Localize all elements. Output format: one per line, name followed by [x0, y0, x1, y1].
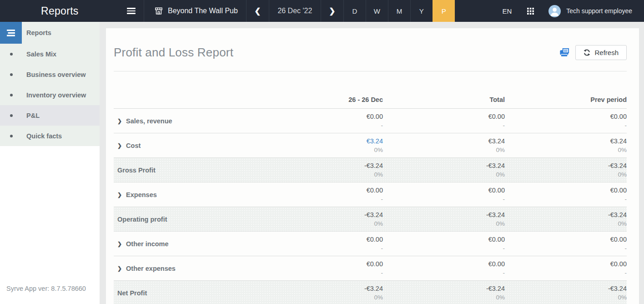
row-label: Operating profit	[117, 216, 167, 223]
cell: €0.00-	[261, 256, 383, 280]
sidebar-item-sales-mix[interactable]: Sales Mix	[0, 44, 100, 64]
period-button-m[interactable]: M	[388, 0, 410, 22]
store-selector[interactable]: Beyond The Wall Pub	[144, 0, 246, 22]
cell-value: €0.00	[367, 235, 383, 244]
main-content: Profit and Loss Report	[100, 22, 644, 304]
date-prev-button[interactable]: ❮	[246, 0, 269, 22]
row-label: Other income	[126, 240, 168, 248]
sidebar-item-quick-facts[interactable]: Quick facts	[0, 126, 100, 146]
cell-value: €3.24	[610, 137, 627, 146]
row-label: Sales, revenue	[126, 117, 172, 125]
cell-value-link[interactable]: €3.24	[367, 137, 383, 146]
cell-value: -€3.24	[486, 211, 505, 219]
sidebar-item-label: P&L	[26, 112, 40, 119]
sidebar-item-inventory-overview[interactable]: Inventory overview	[0, 85, 100, 105]
app-version: Syrve App ver: 8.7.5.78660	[6, 285, 86, 292]
report-card: Profit and Loss Report	[106, 28, 639, 304]
user-menu[interactable]: Tech support employee	[548, 0, 644, 22]
cell: -€3.240%	[261, 158, 383, 182]
row-toggle-other-expenses[interactable]: ❯ Other expenses	[114, 256, 261, 280]
apps-menu-button[interactable]	[527, 0, 534, 22]
refresh-label: Refresh	[594, 49, 619, 56]
user-name: Tech support employee	[566, 7, 632, 15]
app-title: Reports	[0, 0, 100, 22]
cell: -€3.240%	[383, 207, 505, 231]
cell-value: -€3.24	[364, 162, 383, 170]
row-toggle-expenses[interactable]: ❯ Expenses	[114, 182, 261, 207]
cell-subvalue: 0%	[496, 146, 505, 154]
cell: €0.00-	[505, 182, 627, 207]
cell-value: €0.00	[367, 186, 383, 195]
sidebar-item-reports[interactable]: Reports	[0, 22, 100, 44]
reports-icon	[0, 22, 22, 44]
row-label: Cost	[126, 142, 141, 149]
column-header-total: Total	[383, 96, 505, 103]
store-name: Beyond The Wall Pub	[168, 7, 238, 15]
printer-icon	[559, 47, 569, 58]
cell: €0.00-	[261, 109, 383, 133]
report-header: Profit and Loss Report	[114, 45, 627, 60]
date-display[interactable]: 26 Dec '22	[269, 0, 321, 22]
cell: €0.00-	[505, 109, 627, 133]
cell: -€3.240%	[505, 207, 627, 231]
cell-value: -€3.24	[364, 211, 383, 219]
cell-subvalue: 0%	[496, 171, 505, 179]
cell-value: €0.00	[367, 112, 383, 121]
table-row: ❯ Sales, revenue €0.00-€0.00-€0.00-	[114, 109, 627, 133]
sidebar-item-label: Sales Mix	[26, 51, 56, 58]
period-button-y[interactable]: Y	[410, 0, 433, 22]
period-button-w[interactable]: W	[366, 0, 388, 22]
cell: -€3.240%	[383, 281, 505, 304]
cell: -€3.240%	[505, 281, 627, 304]
bullet-icon	[10, 53, 13, 56]
bullet-icon	[10, 114, 13, 117]
period-button-p[interactable]: P	[433, 0, 455, 22]
row-label: Other expenses	[126, 265, 176, 272]
table-row: ❯ Expenses €0.00-€0.00-€0.00-	[114, 182, 627, 207]
refresh-button[interactable]: Refresh	[575, 45, 627, 60]
bullet-icon	[10, 135, 13, 137]
cell-value: -€3.24	[608, 162, 627, 170]
cell-subvalue: 0%	[374, 220, 383, 228]
row-toggle-cost[interactable]: ❯ Cost	[114, 133, 261, 157]
topbar: Reports Beyond The Wall Pub ❮ 26 Dec '22…	[0, 0, 644, 22]
cell: -€3.240%	[505, 158, 627, 182]
cell-value: €0.00	[367, 260, 383, 269]
cell-value: -€3.24	[486, 162, 505, 170]
print-button[interactable]	[559, 47, 569, 58]
hamburger-menu-button[interactable]	[127, 0, 140, 22]
topbar-spacer	[455, 0, 503, 22]
page-title: Profit and Loss Report	[114, 46, 559, 60]
row-toggle-other-income[interactable]: ❯ Other income	[114, 232, 261, 256]
cell-value: €3.24	[488, 137, 505, 146]
storefront-icon	[154, 6, 163, 15]
cell-value: -€3.24	[486, 284, 505, 293]
sidebar-item-business-overview[interactable]: Business overview	[0, 64, 100, 85]
column-header-prev-period: Prev period	[505, 96, 627, 103]
chevron-left-icon: ❮	[254, 6, 261, 16]
cell-subvalue: 0%	[618, 294, 627, 302]
cell-value: -€3.24	[364, 284, 383, 293]
cell-subvalue: 0%	[618, 220, 627, 228]
sidebar-item-label: Quick facts	[26, 132, 62, 140]
language-selector[interactable]: EN	[502, 0, 512, 22]
cell-subvalue: 0%	[496, 294, 505, 302]
period-button-d[interactable]: D	[343, 0, 366, 22]
table-row: Operating profit -€3.240%-€3.240%-€3.240…	[114, 207, 627, 232]
sidebar-menu: Reports Sales MixBusiness overviewInvent…	[0, 22, 100, 146]
cell: €0.00-	[383, 182, 505, 207]
chevron-right-icon: ❯	[117, 241, 122, 247]
row-toggle-sales-revenue[interactable]: ❯ Sales, revenue	[114, 109, 261, 133]
cell: €0.00-	[505, 232, 627, 256]
cell-value: €0.00	[488, 186, 505, 195]
sidebar-item-label: Reports	[26, 29, 51, 36]
cell-subvalue: -	[625, 244, 627, 253]
date-next-button[interactable]: ❯	[321, 0, 343, 22]
sidebar-item-label: Inventory overview	[26, 91, 86, 99]
row-label: Net Profit	[117, 289, 147, 297]
user-icon	[548, 5, 561, 17]
cell-value: -€3.24	[608, 211, 627, 219]
pnl-table: 26 - 26 Dec Total Prev period ❯ Sales, r…	[114, 71, 627, 304]
sidebar-item-p-l[interactable]: P&L	[0, 105, 100, 126]
grid-icon	[527, 8, 534, 15]
